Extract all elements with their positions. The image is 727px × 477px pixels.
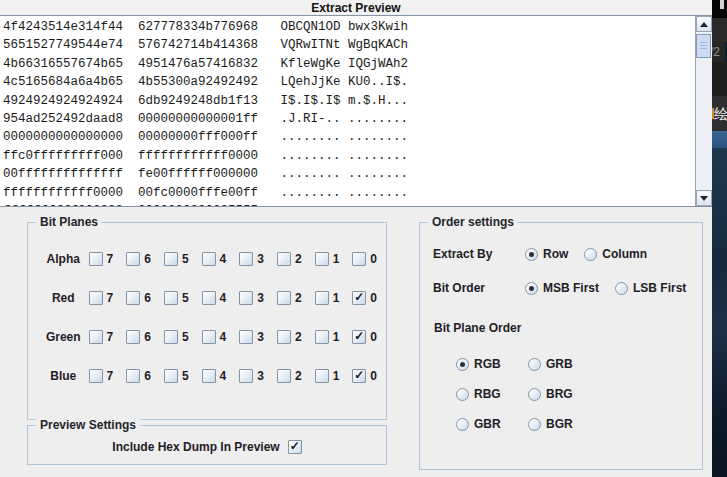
bitplane-green-bit-0-checkbox[interactable] [352,330,366,344]
radio-icon [525,248,538,261]
bitplane-blue-bit-6-checkbox[interactable] [126,369,140,383]
scroll-down-button[interactable] [696,190,712,206]
radio-icon [456,358,469,371]
bit-plane-order-option-brg[interactable]: BRG [528,379,600,409]
bitplane-alpha-bit-2-checkbox[interactable] [277,252,291,266]
bitplane-green-bit-1-checkbox[interactable] [315,330,329,344]
bitplane-green-bit-2-checkbox[interactable] [277,330,291,344]
bitplane-red-bit-7-checkbox[interactable] [89,291,103,305]
bit-plane-row-blue: Blue76543210 [42,356,386,395]
bit-plane-row-red: Red76543210 [42,278,386,317]
background-page-indicator: /2 [712,42,725,62]
bitplane-alpha-bit-5-checkbox[interactable] [164,252,178,266]
order-settings-group: Order settings Extract By RowColumn Bit … [419,222,703,470]
extract-by-row: Extract By RowColumn [433,247,702,261]
bit-planes-group-title: Bit Planes [36,215,102,229]
radio-icon [525,282,538,295]
bitplane-alpha-bit-3-checkbox[interactable] [239,252,253,266]
background-window-fragment [720,0,724,9]
bitplane-red-bit-4-checkbox[interactable] [202,291,216,305]
bit-plane-row-label: Red [42,291,85,305]
hex-preview-textarea[interactable]: 4f4243514e314f44 627778334b776968 OBCQN1… [0,16,695,206]
background-mid [712,62,727,96]
bitplane-alpha-bit-4-checkbox[interactable] [202,252,216,266]
bitplane-red-bit-2-checkbox[interactable] [277,291,291,305]
bitplane-blue-bit-2-checkbox[interactable] [277,369,291,383]
include-hex-checkbox[interactable] [288,440,302,454]
bitplane-alpha-bit-6-checkbox[interactable] [126,252,140,266]
extract-preview-dialog: Extract Preview 4f4243514e314f44 6277783… [0,0,712,477]
radio-icon [456,388,469,401]
radio-icon [528,418,541,431]
bit-plane-order-label: Bit Plane Order [434,321,702,335]
scrollbar-track[interactable] [696,32,712,190]
arrow-down-icon [700,196,708,201]
preview-settings-group: Preview Settings Include Hex Dump In Pre… [27,425,387,465]
bitplane-alpha-bit-0-checkbox[interactable] [352,252,366,266]
extract-by-label: Extract By [433,247,509,261]
bit-order-option-lsb-first[interactable]: LSB First [615,281,686,295]
bitplane-blue-bit-7-checkbox[interactable] [89,369,103,383]
bitplane-alpha-bit-7-checkbox[interactable] [89,252,103,266]
radio-icon [456,418,469,431]
bitplane-blue-bit-5-checkbox[interactable] [164,369,178,383]
screen: Extract Preview 4f4243514e314f44 6277783… [0,0,727,477]
bit-planes-rows: Alpha76543210Red76543210Green76543210Blu… [28,223,386,395]
bit-plane-order-option-bgr[interactable]: BGR [528,409,600,439]
bitplane-green-bit-6-checkbox[interactable] [126,330,140,344]
bitplane-alpha-bit-1-checkbox[interactable] [315,252,329,266]
bitplane-blue-bit-0-checkbox[interactable] [352,369,366,383]
order-settings-group-title: Order settings [428,215,518,229]
extract-by-option-row[interactable]: Row [525,247,568,261]
bitplane-green-bit-3-checkbox[interactable] [239,330,253,344]
background-upper [712,18,727,42]
bitplane-green-bit-4-checkbox[interactable] [202,330,216,344]
bitplane-green-bit-7-checkbox[interactable] [89,330,103,344]
radio-icon [528,358,541,371]
bitplane-red-bit-5-checkbox[interactable] [164,291,178,305]
arrow-up-icon [700,22,708,27]
bit-plane-order-option-grb[interactable]: GRB [528,349,600,379]
radio-icon [584,248,597,261]
bit-plane-order-grid: RGBGRBRBGBRGGBRBGR [456,349,702,439]
bitplane-blue-bit-4-checkbox[interactable] [202,369,216,383]
bit-plane-order-option-rgb[interactable]: RGB [456,349,528,379]
include-hex-label: Include Hex Dump In Preview [112,440,279,454]
background-gradient [712,148,727,477]
bitplane-red-bit-6-checkbox[interactable] [126,291,140,305]
extract-by-option-column[interactable]: Column [584,247,647,261]
bitplane-blue-bit-1-checkbox[interactable] [315,369,329,383]
bitplane-red-bit-3-checkbox[interactable] [239,291,253,305]
bit-plane-row-label: Alpha [42,252,85,266]
bitplane-red-bit-1-checkbox[interactable] [315,291,329,305]
background-cjk-label: 绘 [712,96,727,131]
bit-order-label: Bit Order [433,281,509,295]
scrollbar-thumb[interactable] [696,34,711,58]
vertical-scrollbar [695,16,712,206]
radio-icon [615,282,628,295]
hex-preview-area: 4f4243514e314f44 627778334b776968 OBCQN1… [0,15,712,207]
orange-tick-icon [712,108,714,119]
preview-settings-group-title: Preview Settings [36,418,140,432]
radio-icon [528,388,541,401]
bitplane-green-bit-5-checkbox[interactable] [164,330,178,344]
bitplane-blue-bit-3-checkbox[interactable] [239,369,253,383]
bit-plane-order-option-gbr[interactable]: GBR [456,409,528,439]
bit-planes-group: Bit Planes Alpha76543210Red76543210Green… [27,222,387,420]
bit-plane-order-option-rbg[interactable]: RBG [456,379,528,409]
bit-plane-row-green: Green76543210 [42,317,386,356]
background-selection-bar [712,131,727,148]
scroll-up-button[interactable] [696,16,712,32]
background-desktop: /2 绘 [712,0,727,477]
bit-plane-row-alpha: Alpha76543210 [42,239,386,278]
bit-plane-row-label: Blue [42,369,85,383]
bitplane-red-bit-0-checkbox[interactable] [352,291,366,305]
bit-plane-row-label: Green [42,330,85,344]
bit-order-option-msb-first[interactable]: MSB First [525,281,599,295]
dialog-title: Extract Preview [0,0,712,15]
bit-order-row: Bit Order MSB FirstLSB First [433,281,702,295]
